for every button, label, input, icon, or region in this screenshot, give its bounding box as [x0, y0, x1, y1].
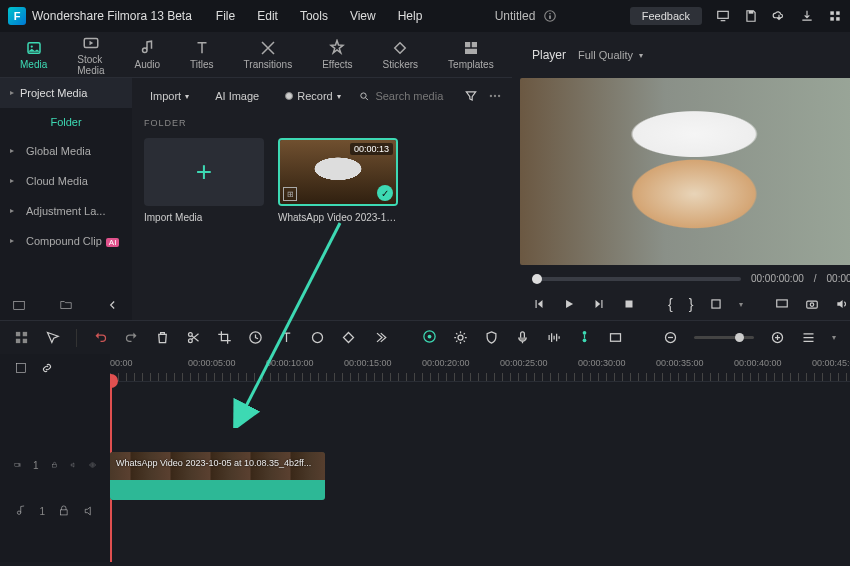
timeline-clip[interactable]: WhatsApp Video 2023-10-05 at 10.08.35_4b…	[110, 452, 325, 500]
feedback-button[interactable]: Feedback	[630, 7, 702, 25]
collapse-sidebar-icon[interactable]	[106, 298, 120, 312]
sidebar-global-media[interactable]: ▸Global Media	[0, 136, 132, 166]
tab-templates[interactable]: Templates	[448, 39, 494, 70]
color-icon[interactable]	[310, 330, 325, 345]
track-display-icon[interactable]	[801, 330, 816, 345]
tab-transitions[interactable]: Transitions	[244, 39, 293, 70]
brightness-icon[interactable]	[453, 330, 468, 345]
audio-tool-icon[interactable]	[546, 330, 561, 345]
media-sidebar: ▸Project Media Folder ▸Global Media ▸Clo…	[0, 78, 132, 320]
display-icon[interactable]	[775, 297, 789, 311]
audio-track-icon	[14, 504, 27, 518]
new-folder-icon[interactable]	[59, 298, 73, 312]
filter-icon[interactable]	[464, 89, 478, 103]
video-preview[interactable]	[520, 78, 850, 265]
tab-stickers[interactable]: Stickers	[383, 39, 419, 70]
sidebar-cloud-media[interactable]: ▸Cloud Media	[0, 166, 132, 196]
next-frame-icon[interactable]	[592, 297, 606, 311]
import-dropdown[interactable]: Import ▾	[142, 86, 197, 106]
svg-rect-27	[16, 332, 20, 336]
select-tool-icon[interactable]	[45, 330, 60, 345]
monitor-icon[interactable]	[716, 9, 730, 23]
ai-image-button[interactable]: AI Image	[207, 86, 267, 106]
volume-icon[interactable]	[835, 297, 849, 311]
sidebar-project-media[interactable]: ▸Project Media	[0, 78, 132, 108]
sidebar-folder[interactable]: Folder	[0, 108, 132, 136]
text-icon[interactable]	[279, 330, 294, 345]
menu-help[interactable]: Help	[398, 9, 423, 23]
sidebar-compound-clip[interactable]: ▸Compound ClipAI	[0, 226, 132, 256]
cloud-icon[interactable]	[772, 9, 786, 23]
frame-icon[interactable]	[608, 330, 623, 345]
svg-point-1	[550, 13, 551, 14]
project-title[interactable]: Untitled	[495, 9, 536, 23]
mic-icon[interactable]	[515, 330, 530, 345]
redo-icon[interactable]	[124, 330, 139, 345]
tab-effects[interactable]: Effects	[322, 39, 352, 70]
visibility-icon[interactable]	[89, 458, 96, 472]
delete-icon[interactable]	[155, 330, 170, 345]
zoom-in-icon[interactable]	[770, 330, 785, 345]
apps-icon[interactable]	[828, 9, 842, 23]
tab-stock-media[interactable]: Stock Media	[77, 34, 104, 76]
export-icon[interactable]	[800, 9, 814, 23]
crop-icon[interactable]	[217, 330, 232, 345]
video-track-header[interactable]: 1	[0, 442, 110, 488]
svg-rect-23	[712, 300, 720, 308]
lock-icon[interactable]	[51, 458, 58, 472]
mute-icon[interactable]	[83, 504, 96, 518]
more-tools-icon[interactable]	[372, 330, 387, 345]
video-clip-card[interactable]: 00:00:13 ⊞ ✓ WhatsApp Video 2023-10-05..…	[278, 138, 398, 223]
svg-point-39	[582, 338, 586, 342]
track-area[interactable]: 00:00 00:00:05:00 00:00:10:00 00:00:15:0…	[110, 354, 850, 562]
cut-icon[interactable]	[186, 330, 201, 345]
new-bin-icon[interactable]	[12, 298, 26, 312]
menu-tools[interactable]: Tools	[300, 9, 328, 23]
link-icon[interactable]	[40, 361, 54, 375]
menu-file[interactable]: File	[216, 9, 235, 23]
marker-icon[interactable]	[577, 329, 592, 344]
zoom-slider[interactable]	[694, 336, 754, 339]
info-icon[interactable]	[543, 9, 557, 23]
tab-titles[interactable]: Titles	[190, 39, 214, 70]
svg-point-19	[498, 95, 500, 97]
ai-tool-icon[interactable]	[422, 329, 437, 344]
save-icon[interactable]	[744, 9, 758, 23]
svg-rect-3	[718, 11, 729, 18]
stop-icon[interactable]	[622, 297, 636, 311]
magnet-icon[interactable]	[14, 361, 28, 375]
player-controls: { } ▾	[520, 292, 850, 316]
quality-dropdown[interactable]: Full Quality ▾	[578, 49, 643, 61]
speed-icon[interactable]	[248, 330, 263, 345]
play-icon[interactable]	[562, 297, 576, 311]
mark-in-icon[interactable]: {	[668, 296, 673, 312]
more-icon[interactable]	[488, 89, 502, 103]
menu-edit[interactable]: Edit	[257, 9, 278, 23]
prev-frame-icon[interactable]	[532, 297, 546, 311]
record-icon	[285, 92, 293, 100]
time-current: 00:00:00:00	[751, 273, 804, 284]
zoom-out-icon[interactable]	[663, 330, 678, 345]
scrub-bar[interactable]	[532, 277, 741, 281]
menu-view[interactable]: View	[350, 9, 376, 23]
search-input[interactable]	[375, 90, 454, 102]
audio-track-header[interactable]: 1	[0, 488, 110, 534]
mark-out-icon[interactable]: }	[689, 296, 694, 312]
tab-media[interactable]: Media	[20, 39, 47, 70]
time-ruler[interactable]: 00:00 00:00:05:00 00:00:10:00 00:00:15:0…	[110, 354, 850, 382]
layout-icon[interactable]	[14, 330, 29, 345]
camera-icon[interactable]	[805, 297, 819, 311]
svg-rect-43	[16, 363, 25, 372]
crop-tool-icon[interactable]	[709, 297, 723, 311]
keyframe-icon[interactable]	[341, 330, 356, 345]
import-media-card[interactable]: + Import Media	[144, 138, 264, 223]
lock-icon[interactable]	[57, 504, 70, 518]
svg-point-16	[360, 92, 365, 97]
shield-icon[interactable]	[484, 330, 499, 345]
undo-icon[interactable]	[93, 330, 108, 345]
record-dropdown[interactable]: Record ▾	[277, 86, 348, 106]
search-media[interactable]	[359, 90, 454, 103]
sidebar-adjustment-layer[interactable]: ▸Adjustment La...	[0, 196, 132, 226]
tab-audio[interactable]: Audio	[134, 39, 160, 70]
mute-icon[interactable]	[70, 458, 77, 472]
